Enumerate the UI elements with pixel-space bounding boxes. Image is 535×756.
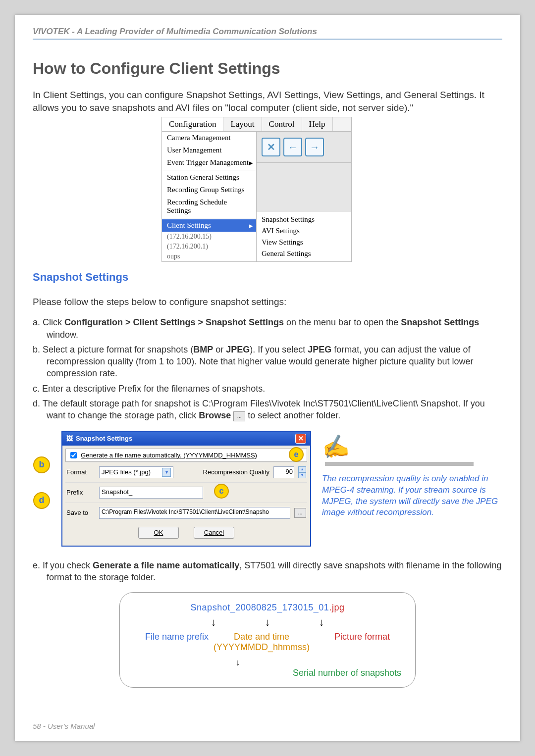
menu-item-client-settings[interactable]: Client Settings▸ <box>162 219 256 232</box>
menu-configuration[interactable]: Configuration <box>162 117 223 131</box>
callout-b: b <box>33 456 50 473</box>
arrow-down-icon: ↓ <box>134 657 342 668</box>
label-picture-format: Picture format <box>334 632 390 653</box>
menu-item-recording-schedule[interactable]: Recording Schedule Settings <box>162 196 256 217</box>
step-c: c. Enter a descriptive Prefix for the fi… <box>33 383 502 395</box>
ok-button[interactable]: OK <box>138 527 179 539</box>
step-a: a. Click Configuration > Client Settings… <box>33 316 502 341</box>
submenu-snapshot-settings[interactable]: Snapshot Settings <box>257 214 351 225</box>
format-label: Format <box>66 468 95 476</box>
prefix-input[interactable]: Snapshot_ <box>99 487 203 499</box>
cancel-button[interactable]: Cancel <box>194 527 234 539</box>
intro-paragraph: In Client Settings, you can configure Sn… <box>33 89 502 114</box>
arrow-down-icon: ↓ <box>265 616 270 629</box>
filename-sample-prefix: Snapshot_ <box>191 603 236 612</box>
tree-ip-1: (172.16.200.15) <box>162 232 256 242</box>
callout-d: d <box>33 492 50 509</box>
menu-item-camera-management[interactable]: Camera Management <box>162 132 256 144</box>
hand-pen-icon: ✍ <box>321 432 351 461</box>
menu-help[interactable]: Help <box>302 117 333 131</box>
label-date-format: (YYYYMMDD_hhmmss) <box>214 642 310 652</box>
prefix-label: Prefix <box>66 489 95 496</box>
arrow-down-icon: ↓ <box>319 616 324 629</box>
label-file-prefix: File name prefix <box>145 632 209 653</box>
menu-control[interactable]: Control <box>262 117 302 131</box>
snapshot-settings-dialog: 🖼 Snapshot Settings ✕ Generate a file na… <box>61 431 311 547</box>
menu-item-recording-group[interactable]: Recording Group Settings <box>162 184 256 196</box>
auto-filename-checkbox[interactable] <box>70 452 77 458</box>
callout-c: c <box>214 484 229 499</box>
submenu-general-settings[interactable]: General Settings <box>257 248 351 259</box>
app-icon: 🖼 <box>66 435 73 442</box>
close-view-button[interactable]: ✕ <box>262 138 280 156</box>
submenu-view-settings[interactable]: View Settings <box>257 237 351 248</box>
auto-filename-label: Generate a file name automatically. (YYY… <box>81 452 257 459</box>
menu-item-event-trigger[interactable]: Event Trigger Management▸ <box>162 156 256 169</box>
saveto-input[interactable]: C:\Program Files\Vivotek Inc\ST7501\Clie… <box>99 507 290 519</box>
step-e: e. If you check Generate a file name aut… <box>33 559 502 584</box>
forward-button[interactable]: → <box>305 138 324 156</box>
chevron-down-icon: ▾ <box>162 468 171 477</box>
close-icon[interactable]: ✕ <box>295 434 306 444</box>
callout-e: e <box>289 447 304 462</box>
page-title: How to Configure Client Settings <box>33 59 502 78</box>
steps-intro: Please follow the steps below to configu… <box>33 297 502 307</box>
label-date-time: Date and time <box>234 632 289 642</box>
label-serial-number: Serial number of snapshots <box>293 668 401 678</box>
menu-item-user-management[interactable]: User Management <box>162 144 256 156</box>
format-select[interactable]: JPEG files (*.jpg) ▾ <box>99 466 173 478</box>
quality-label: Recompression Quality <box>203 468 269 476</box>
arrow-down-icon: ↓ <box>211 616 216 629</box>
tree-ip-2: (172.16.200.1) <box>162 242 256 252</box>
filename-sample-ext: .jpg <box>329 603 344 612</box>
browse-icon: ... <box>233 411 245 421</box>
tree-groups: oups <box>162 252 256 261</box>
page-header: VIVOTEK - A Leading Provider of Multimed… <box>33 27 317 36</box>
submenu-arrow-icon: ▸ <box>249 158 253 167</box>
tip-text: The recompression quality is only enable… <box>322 473 502 519</box>
quality-input[interactable]: 90 <box>273 466 294 478</box>
quality-spinner[interactable]: ▴▾ <box>298 466 306 478</box>
submenu-arrow-icon: ▸ <box>249 221 253 230</box>
step-b: b. Select a picture format for snapshots… <box>33 344 502 380</box>
menu-layout[interactable]: Layout <box>223 117 262 131</box>
filename-format-diagram: Snapshot_20080825_173015_01.jpg ↓ ↓ ↓ Fi… <box>119 592 416 688</box>
dialog-title: 🖼 Snapshot Settings <box>66 435 132 442</box>
saveto-label: Save to <box>66 509 95 516</box>
browse-button[interactable]: ... <box>294 508 306 518</box>
page-footer: 58 - User's Manual <box>33 722 95 730</box>
section-heading: Snapshot Settings <box>33 271 502 284</box>
menu-item-station-general[interactable]: Station General Settings <box>162 171 256 184</box>
step-d: d. The default storage path for snapshot… <box>33 398 502 422</box>
menu-screenshot: Configuration Layout Control Help Camera… <box>161 117 352 262</box>
back-button[interactable]: ← <box>283 138 302 156</box>
filename-sample-datetime: 20080825_173015_01 <box>235 603 329 612</box>
submenu-avi-settings[interactable]: AVI Settings <box>257 225 351 237</box>
tip-divider <box>325 462 474 466</box>
